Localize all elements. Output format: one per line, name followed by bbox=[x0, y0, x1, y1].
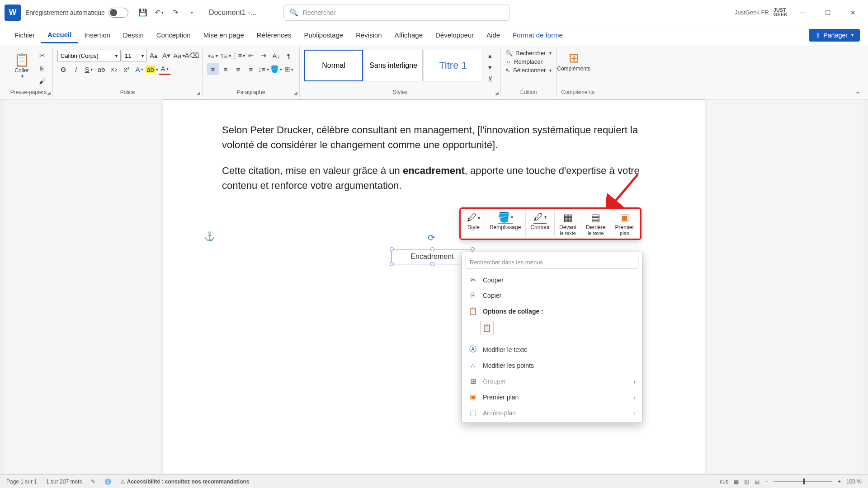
status-words[interactable]: 1 sur 207 mots bbox=[46, 479, 82, 485]
paragraph-launcher[interactable]: ◢ bbox=[294, 90, 297, 95]
document-page[interactable]: Selon Peter Drucker, célèbre consultant … bbox=[163, 99, 705, 474]
close-button[interactable]: ✕ bbox=[843, 4, 863, 22]
addins-button[interactable]: ⊞ Compléments bbox=[561, 48, 586, 72]
replace-button[interactable]: ↔Remplacer bbox=[505, 58, 552, 65]
zoom-slider[interactable] bbox=[774, 481, 832, 482]
increase-font-button[interactable]: A▴ bbox=[148, 50, 160, 61]
clear-format-button[interactable]: A⌫ bbox=[186, 50, 198, 61]
menu-edit-points[interactable]: ⛬Modifier les points bbox=[462, 358, 642, 373]
handle-bot-mid[interactable] bbox=[430, 262, 434, 266]
tab-conception[interactable]: Conception bbox=[150, 28, 197, 42]
share-button[interactable]: ⇪ Partager ▾ bbox=[809, 29, 860, 42]
text-effects-button[interactable]: A▾ bbox=[133, 63, 145, 75]
font-name-combo[interactable]: Calibri (Corps)▾ bbox=[57, 50, 121, 61]
tab-references[interactable]: Références bbox=[250, 28, 298, 42]
tab-accueil[interactable]: Accueil bbox=[41, 27, 78, 43]
status-accessibility[interactable]: ⚠ Accessibilité : consultez nos recomman… bbox=[120, 479, 249, 485]
cut-button[interactable]: ✂ bbox=[36, 50, 48, 61]
menu-search-input[interactable]: Rechercher dans les menus bbox=[466, 256, 638, 268]
align-right-button[interactable]: ≡ bbox=[232, 63, 244, 75]
paste-button[interactable]: 📋 Coller▾ bbox=[9, 50, 34, 79]
align-left-button[interactable]: ≡ bbox=[207, 63, 219, 75]
italic-button[interactable]: I bbox=[70, 63, 82, 75]
styles-more[interactable]: ⊻ bbox=[484, 73, 496, 85]
menu-cut[interactable]: ✂Couper bbox=[462, 272, 642, 288]
font-launcher[interactable]: ◢ bbox=[197, 90, 200, 95]
mini-fill[interactable]: 🪣▾Remplissage bbox=[485, 211, 526, 237]
tab-mise-en-page[interactable]: Mise en page bbox=[197, 28, 250, 42]
borders-button[interactable]: ⊞▾ bbox=[283, 63, 295, 75]
bullets-button[interactable]: •≡▾ bbox=[207, 50, 219, 61]
format-painter-button[interactable]: 🖌 bbox=[36, 75, 48, 87]
shading-button[interactable]: 🪣▾ bbox=[270, 63, 282, 75]
maximize-button[interactable]: ☐ bbox=[817, 4, 838, 22]
style-titre-1[interactable]: Titre 1 bbox=[424, 50, 482, 81]
view-print-layout[interactable]: ▥ bbox=[744, 479, 749, 485]
mini-bring-front[interactable]: ▣Premierplan bbox=[610, 211, 638, 237]
style-normal[interactable]: Normal bbox=[304, 50, 363, 81]
align-center-button[interactable]: ≡ bbox=[220, 63, 231, 75]
decrease-font-button[interactable]: A▾ bbox=[160, 50, 172, 61]
mini-style[interactable]: 🖊▾Style bbox=[462, 211, 485, 237]
tab-aide[interactable]: Aide bbox=[480, 28, 506, 42]
paste-option-keep-source[interactable]: 📋 bbox=[480, 321, 494, 334]
subscript-button[interactable]: x₂ bbox=[108, 63, 120, 75]
find-button[interactable]: 🔍Rechercher▾ bbox=[505, 50, 552, 56]
tab-format-de-forme[interactable]: Format de forme bbox=[506, 28, 569, 42]
styles-launcher[interactable]: ◢ bbox=[495, 90, 499, 95]
select-button[interactable]: ↖Sélectionner▾ bbox=[505, 67, 552, 74]
save-button[interactable]: 💾 bbox=[137, 6, 149, 19]
multilevel-button[interactable]: ⋮≡▾ bbox=[232, 50, 244, 61]
status-focus[interactable]: cus bbox=[720, 479, 728, 485]
tab-developpeur[interactable]: Développeur bbox=[429, 28, 480, 42]
bold-button[interactable]: G bbox=[57, 63, 69, 75]
underline-button[interactable]: S▾ bbox=[83, 63, 94, 75]
menu-copy[interactable]: ⎘Copier bbox=[462, 288, 642, 303]
styles-up[interactable]: ▴ bbox=[484, 50, 496, 61]
menu-edit-text[interactable]: ⒶModifier le texte bbox=[462, 341, 642, 358]
sort-button[interactable]: A↓ bbox=[270, 50, 282, 61]
tab-insertion[interactable]: Insertion bbox=[78, 28, 117, 42]
mini-front-text[interactable]: ▦Devantle texte bbox=[555, 211, 581, 237]
increase-indent-button[interactable]: ⇥ bbox=[258, 50, 269, 61]
highlight-button[interactable]: ab▾ bbox=[146, 63, 158, 75]
status-page[interactable]: Page 1 sur 1 bbox=[6, 479, 37, 485]
style-sans-interligne[interactable]: Sans interligne bbox=[364, 50, 423, 81]
qat-customize[interactable]: ▾ bbox=[185, 6, 198, 19]
redo-button[interactable]: ↷ bbox=[169, 6, 182, 19]
autosave-toggle[interactable] bbox=[108, 8, 128, 18]
menu-send-back[interactable]: ▢Arrière-plan› bbox=[462, 405, 642, 421]
superscript-button[interactable]: x² bbox=[121, 63, 132, 75]
copy-button[interactable]: ⎘ bbox=[36, 62, 48, 74]
styles-down[interactable]: ▾ bbox=[484, 61, 496, 73]
menu-bring-front[interactable]: ▣Premier plan› bbox=[462, 389, 642, 405]
tab-affichage[interactable]: Affichage bbox=[388, 28, 429, 42]
handle-top-right[interactable] bbox=[471, 247, 475, 251]
mini-behind-text[interactable]: ▤Derrièrele texte bbox=[581, 211, 610, 237]
handle-top-left[interactable] bbox=[390, 247, 394, 251]
minimize-button[interactable]: ─ bbox=[792, 4, 813, 22]
text-box-shape[interactable]: ⟳ Encadrement bbox=[392, 249, 473, 264]
undo-button[interactable]: ↶▾ bbox=[153, 6, 165, 19]
zoom-value[interactable]: 100 % bbox=[846, 479, 862, 485]
handle-top-mid[interactable] bbox=[430, 247, 434, 251]
zoom-in[interactable]: + bbox=[838, 479, 841, 485]
view-web-layout[interactable]: ▤ bbox=[755, 479, 760, 485]
zoom-out[interactable]: − bbox=[765, 479, 768, 485]
justify-button[interactable]: ≡ bbox=[245, 63, 257, 75]
numbering-button[interactable]: 1≡▾ bbox=[220, 50, 231, 61]
font-color-button[interactable]: A▾ bbox=[159, 63, 170, 75]
show-marks-button[interactable]: ¶ bbox=[283, 50, 295, 61]
status-language-icon[interactable]: 🌐 bbox=[104, 479, 111, 485]
tab-revision[interactable]: Révision bbox=[349, 28, 388, 42]
clipboard-launcher[interactable]: ◢ bbox=[47, 90, 51, 95]
tab-fichier[interactable]: Fichier bbox=[8, 28, 41, 42]
ribbon-collapse[interactable]: ⌄ bbox=[852, 85, 863, 97]
strikethrough-button[interactable]: ab bbox=[95, 63, 107, 75]
mini-outline[interactable]: 🖊▾Contour bbox=[526, 211, 555, 237]
status-spellcheck-icon[interactable]: ✎ bbox=[91, 479, 95, 485]
rotate-handle[interactable]: ⟳ bbox=[428, 232, 435, 243]
handle-bot-left[interactable] bbox=[390, 262, 394, 266]
line-spacing-button[interactable]: ↕≡▾ bbox=[258, 63, 269, 75]
tab-dessin[interactable]: Dessin bbox=[117, 28, 150, 42]
